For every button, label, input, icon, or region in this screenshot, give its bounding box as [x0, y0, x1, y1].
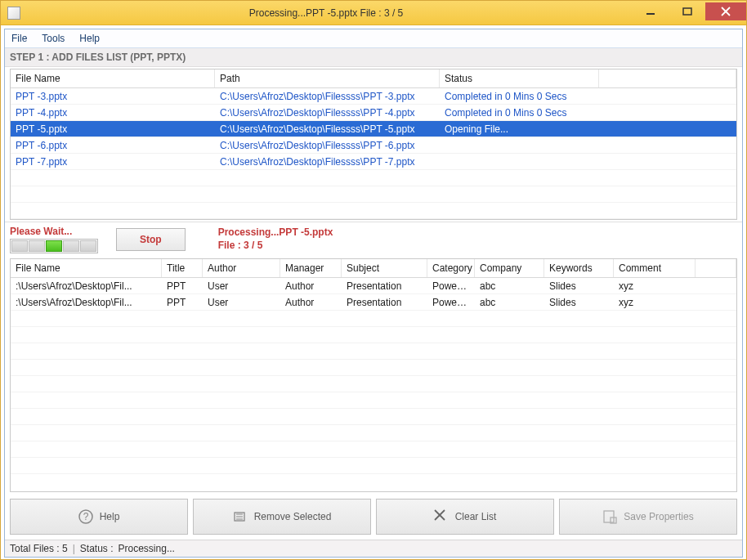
table-row[interactable]: :\Users\Afroz\Desktop\Fil...PPTUserAutho… [11, 278, 736, 294]
cell-manager: Author [280, 279, 342, 293]
col2-company[interactable]: Company [475, 259, 544, 277]
cell-title: PPT [162, 295, 203, 310]
status-value: Processing... [119, 543, 175, 554]
progress-segment [29, 240, 45, 252]
cell-filename: PPT -4.pptx [11, 105, 215, 120]
cell-extra [599, 144, 736, 147]
bottom-buttons: ? Help Remove Selected Clear List Save P… [5, 494, 742, 540]
menubar: File Tools Help [5, 29, 742, 48]
files-grid-body: PPT -3.pptxC:\Users\Afroz\Desktop\Filess… [11, 88, 736, 219]
menu-help[interactable]: Help [79, 33, 100, 44]
status-total-files: Total Files : 5 [10, 543, 68, 554]
close-button[interactable] [705, 2, 746, 20]
table-row-empty [11, 360, 736, 376]
properties-grid-header: File Name Title Author Manager Subject C… [11, 259, 736, 278]
cell-keywords: Slides [544, 279, 614, 293]
cell-filename: PPT -7.pptx [11, 155, 215, 169]
status-sep: | [73, 543, 75, 554]
col2-title[interactable]: Title [162, 259, 203, 277]
table-row[interactable]: PPT -7.pptxC:\Users\Afroz\Desktop\Filess… [11, 154, 736, 170]
table-row[interactable]: PPT -3.pptxC:\Users\Afroz\Desktop\Filess… [11, 88, 736, 105]
remove-button-label: Remove Selected [254, 511, 332, 522]
stop-button[interactable]: Stop [116, 228, 186, 251]
cell-title: PPT [162, 279, 203, 293]
cell-company: abc [475, 295, 544, 310]
cell-status: Completed in 0 Mins 0 Secs [440, 105, 599, 120]
cell-comment: xyz [614, 279, 696, 293]
properties-grid-body: :\Users\Afroz\Desktop\Fil...PPTUserAutho… [11, 278, 736, 474]
clear-list-button[interactable]: Clear List [376, 499, 554, 535]
col-filename[interactable]: File Name [11, 69, 215, 87]
menu-tools[interactable]: Tools [42, 33, 65, 44]
cell-keywords: Slides [544, 295, 614, 310]
menu-file[interactable]: File [11, 33, 27, 44]
help-button[interactable]: ? Help [10, 499, 188, 535]
col2-keywords[interactable]: Keywords [544, 259, 614, 277]
cell-path: C:\Users\Afroz\Desktop\Filessss\PPT -7.p… [215, 155, 440, 169]
help-button-label: Help [100, 511, 120, 522]
remove-selected-button[interactable]: Remove Selected [193, 499, 371, 535]
progress-segment [80, 240, 96, 252]
window-title: Processing...PPT -5.pptx File : 3 / 5 [20, 7, 632, 19]
progress-section: Please Wait... Stop Processing...PPT -5.… [5, 222, 742, 257]
cell-filename: :\Users\Afroz\Desktop\Fil... [11, 279, 162, 293]
cell-filename: :\Users\Afroz\Desktop\Fil... [11, 295, 162, 310]
close-icon [721, 7, 731, 16]
statusbar: Total Files : 5 | Status : Processing... [5, 540, 742, 557]
table-row-empty [11, 425, 736, 441]
cell-manager: Author [280, 295, 342, 310]
step1-header: STEP 1 : ADD FILES LIST (PPT, PPTX) [5, 48, 742, 67]
col2-subject[interactable]: Subject [342, 259, 427, 277]
help-icon: ? [78, 509, 93, 524]
cell-filename: PPT -6.pptx [11, 138, 215, 153]
table-row[interactable]: :\Users\Afroz\Desktop\Fil...PPTUserAutho… [11, 294, 736, 311]
table-row-empty [11, 170, 736, 186]
table-row-empty [11, 327, 736, 343]
table-row-empty [11, 376, 736, 392]
svg-text:?: ? [83, 511, 88, 522]
minimize-button[interactable] [632, 2, 669, 20]
please-wait-label: Please Wait... [10, 226, 72, 237]
cell-author: User [203, 279, 280, 293]
main-frame: File Tools Help STEP 1 : ADD FILES LIST … [4, 29, 743, 558]
save-button-label: Save Properties [624, 511, 693, 522]
table-row-empty [11, 186, 736, 203]
remove-icon [233, 509, 248, 524]
col2-manager[interactable]: Manager [280, 259, 342, 277]
table-row-empty [11, 311, 736, 327]
table-row-empty [11, 343, 736, 360]
table-row-empty [11, 203, 736, 219]
cell-extra [696, 284, 736, 288]
table-row-empty [11, 392, 736, 409]
status-label: Status : [80, 543, 114, 554]
cell-company: abc [475, 279, 544, 293]
clear-button-label: Clear List [455, 511, 497, 522]
cell-category: Powerp... [427, 279, 475, 293]
col2-comment[interactable]: Comment [614, 259, 696, 277]
cell-status [440, 160, 599, 164]
cell-filename: PPT -5.pptx [11, 122, 215, 137]
col2-author[interactable]: Author [203, 259, 280, 277]
col-extra [599, 69, 736, 87]
save-properties-button[interactable]: Save Properties [559, 499, 737, 535]
cell-status: Completed in 0 Mins 0 Secs [440, 89, 599, 104]
clear-icon [434, 509, 449, 524]
cell-path: C:\Users\Afroz\Desktop\Filessss\PPT -6.p… [215, 138, 440, 153]
maximize-button[interactable] [669, 2, 705, 20]
processing-text: Processing...PPT -5.pptx File : 3 / 5 [218, 226, 333, 252]
progress-bar [10, 239, 98, 253]
cell-extra [599, 95, 736, 98]
col-path[interactable]: Path [215, 69, 440, 87]
svg-rect-12 [604, 511, 614, 522]
cell-path: C:\Users\Afroz\Desktop\Filessss\PPT -4.p… [215, 105, 440, 120]
table-row[interactable]: PPT -6.pptxC:\Users\Afroz\Desktop\Filess… [11, 137, 736, 154]
cell-subject: Presentation [342, 295, 427, 310]
cell-author: User [203, 295, 280, 310]
col-status[interactable]: Status [440, 69, 599, 87]
table-row[interactable]: PPT -4.pptxC:\Users\Afroz\Desktop\Filess… [11, 105, 736, 121]
col2-filename[interactable]: File Name [11, 259, 162, 277]
cell-path: C:\Users\Afroz\Desktop\Filessss\PPT -5.p… [215, 122, 440, 137]
minimize-icon [646, 7, 655, 16]
col2-category[interactable]: Category [427, 259, 475, 277]
table-row[interactable]: PPT -5.pptxC:\Users\Afroz\Desktop\Filess… [11, 121, 736, 137]
